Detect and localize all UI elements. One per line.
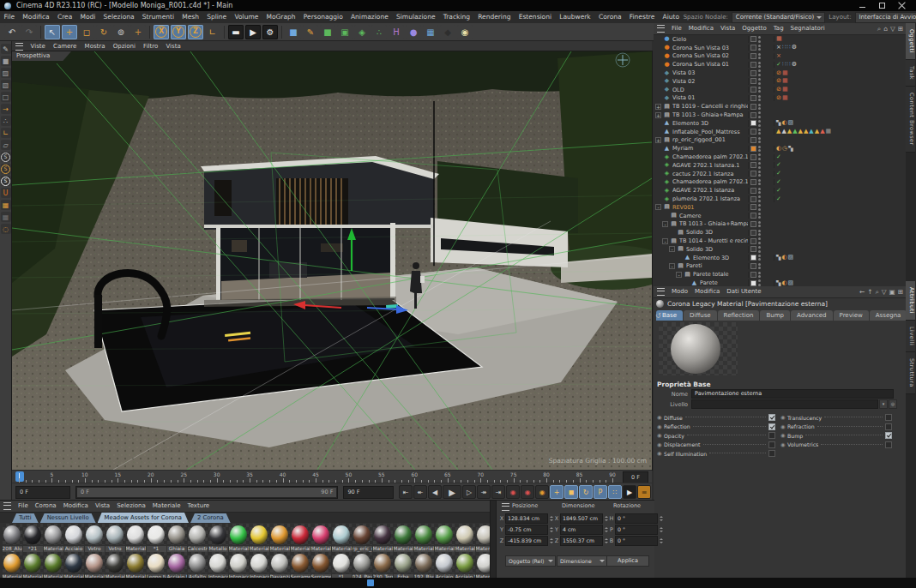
visibility-toggles[interactable] [748, 263, 774, 270]
visibility-dots[interactable] [758, 53, 761, 60]
mm-menu-materiale[interactable]: Materiale [149, 501, 184, 512]
object-tag-icon[interactable]: ▲ [809, 129, 813, 135]
object-row[interactable]: ◈AGAVE 2702.1 Istanza.1✓ [654, 161, 906, 170]
layout-dropdown[interactable]: Interfaccia di Avvio [855, 12, 916, 23]
material-swatch[interactable]: Acciaio V [455, 552, 475, 580]
value-stepper[interactable] [659, 535, 663, 547]
object-tag-icon[interactable]: ◐ [781, 120, 786, 126]
material-swatch[interactable]: Acciaio f [166, 552, 187, 580]
material-swatch[interactable]: Material [434, 524, 455, 552]
visibility-toggles[interactable] [748, 279, 774, 286]
render-settings[interactable]: ⚙ [262, 25, 278, 39]
layer-color-box[interactable] [750, 95, 756, 101]
object-row[interactable]: ●Corona Sun Vista 02× [654, 52, 906, 61]
expand-icon[interactable]: - [669, 263, 675, 269]
object-row[interactable]: ◈cactus 2702.1 Istanza✓ [654, 170, 906, 178]
object-row[interactable]: +▤TB 1013 - Ghiaia+Rampa [654, 111, 906, 119]
panel-tab-task[interactable]: Task [906, 60, 915, 87]
menu-strumenti[interactable]: Strumenti [138, 11, 178, 23]
menu-finestre[interactable]: Finestre [625, 11, 659, 23]
size-value-field[interactable]: 4 cm [560, 525, 603, 535]
om-menu-oggetto[interactable]: Oggetto [738, 23, 769, 34]
visibility-dots[interactable] [758, 146, 761, 153]
add-primitive[interactable]: ■ [286, 25, 301, 39]
material-swatch[interactable]: rp_eric_r [352, 524, 372, 552]
material-swatch[interactable]: Erba [393, 552, 413, 580]
visibility-dots[interactable] [758, 104, 761, 111]
viewport-menu-vista[interactable]: Vista [162, 41, 184, 51]
viewport-menu-opzioni[interactable]: Opzioni [109, 41, 139, 51]
layer-color-box[interactable] [750, 62, 756, 68]
visibility-dots[interactable] [758, 129, 761, 135]
material-swatch[interactable]: Material [43, 524, 63, 552]
material-swatch[interactable]: Intonacc [208, 552, 228, 580]
material-manager-menu-icon[interactable] [3, 502, 11, 510]
object-row[interactable]: ●Corona Sun Vista 01✓∷∷⚙ [654, 60, 906, 69]
am-header-icon-4[interactable]: ▣ [889, 288, 895, 297]
layer-color-box[interactable] [750, 188, 756, 194]
mm-menu-modifica[interactable]: Modifica [60, 501, 92, 512]
expand-icon[interactable]: - [676, 272, 682, 278]
add-environment[interactable]: ▦ [423, 25, 438, 39]
am-header-icon-3[interactable]: ▽ [882, 288, 887, 297]
value-stepper[interactable] [659, 513, 663, 525]
object-tag-icon[interactable]: ▚ [776, 280, 780, 286]
layer-color-box[interactable] [750, 120, 756, 126]
am-header-icon-2[interactable]: ⌕ [876, 288, 879, 297]
layer-color-box[interactable] [750, 70, 756, 76]
object-tag-icon[interactable]: ⊘ [776, 78, 781, 84]
lock-y-axis[interactable]: Y [171, 25, 186, 39]
solo-button[interactable]: ▶ [623, 485, 636, 499]
rotation-value-field[interactable]: 0 ° [615, 536, 658, 546]
visibility-dots[interactable] [758, 120, 761, 127]
menu-mesh[interactable]: Mesh [178, 11, 203, 23]
object-row[interactable]: ◆Vista 01⊘▦ [654, 94, 906, 103]
menu-file[interactable]: File [0, 11, 19, 23]
record-sound-button[interactable]: ◉ [521, 485, 534, 499]
layer-color-box[interactable] [750, 213, 756, 219]
object-tag-icon[interactable]: ✓ [776, 196, 781, 202]
channel-anim-icon[interactable]: ◉ [657, 450, 664, 457]
material-swatch[interactable]: Material [372, 524, 393, 552]
snap-mode-icon[interactable]: S [1, 152, 11, 162]
visibility-dots[interactable] [758, 87, 761, 93]
menu-laubwerk[interactable]: Laubwerk [556, 11, 595, 23]
next-key-button[interactable]: ↠ [477, 485, 491, 499]
channel-anim-icon[interactable]: ◉ [657, 414, 664, 421]
object-tag-icon[interactable]: ▦ [826, 129, 832, 135]
viewport-view-tab[interactable]: Prospettiva [12, 51, 71, 61]
add-simulation[interactable]: ∴ [371, 25, 387, 39]
object-tag-icon[interactable]: ▦ [776, 36, 782, 42]
object-tag-icon[interactable]: × [776, 45, 781, 51]
channel-anim-icon[interactable]: ◉ [657, 441, 664, 448]
last-used-tool[interactable]: ⊚ [113, 25, 129, 39]
object-tag-icon[interactable]: ▨ [788, 280, 794, 286]
am-header-icon-0[interactable]: ← [859, 288, 865, 297]
coordinate-system[interactable]: ∟ [205, 25, 220, 39]
visibility-dots[interactable] [758, 246, 761, 253]
menu-animazione[interactable]: Animazione [347, 11, 392, 23]
key-scale-button[interactable]: ◼ [564, 485, 578, 499]
material-swatch[interactable]: Material [22, 552, 43, 580]
visibility-toggles[interactable] [748, 53, 774, 60]
object-tag-icon[interactable]: ▚ [788, 146, 792, 152]
channel-checkbox[interactable] [885, 432, 892, 439]
scale-tool[interactable]: ◻ [79, 25, 94, 39]
visibility-toggles[interactable] [748, 129, 774, 135]
viewport-menu-mostra[interactable]: Mostra [81, 41, 109, 51]
layer-color-box[interactable] [750, 255, 756, 261]
goto-start-button[interactable]: ⇤ [399, 485, 413, 499]
material-swatch[interactable]: Davanza [269, 552, 290, 580]
next-frame-button[interactable]: ▷ [462, 485, 476, 499]
coordinate-mode-dropdown[interactable]: Oggetto (Rel) [505, 555, 556, 567]
am-menu-modo[interactable]: Modo [668, 286, 691, 297]
material-swatch[interactable]: Material [413, 524, 434, 552]
material-preview[interactable] [659, 322, 738, 375]
menu-estensioni[interactable]: Estensioni [515, 11, 556, 23]
viewport-menu-viste[interactable]: Viste [27, 41, 49, 51]
visibility-toggles[interactable] [748, 204, 774, 211]
lock-x-axis[interactable]: X [154, 25, 169, 39]
visibility-dots[interactable] [758, 221, 761, 228]
current-frame-field[interactable]: 0 F [15, 486, 70, 499]
material-swatch[interactable]: Ghiaia [166, 524, 187, 552]
